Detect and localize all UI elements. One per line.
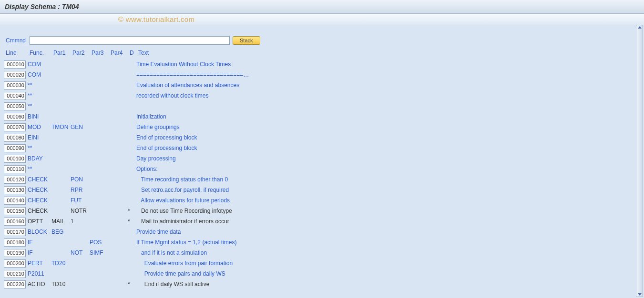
table-row: CHECKNOTR* Do not use Time Recording inf… — [4, 206, 632, 216]
line-number-input[interactable] — [4, 113, 26, 121]
line-number-input[interactable] — [4, 228, 26, 236]
line-number-input[interactable] — [4, 207, 26, 215]
line-number-input[interactable] — [4, 102, 26, 110]
scroll-up-icon[interactable] — [638, 26, 642, 29]
func-cell[interactable]: ** — [28, 166, 51, 172]
line-number-input[interactable] — [4, 144, 26, 152]
func-cell[interactable]: IF — [28, 239, 51, 246]
table-row: CHECKPON Time recording status other tha… — [4, 174, 632, 185]
line-number-input[interactable] — [4, 280, 26, 288]
text-cell[interactable]: recorded without clock times — [136, 92, 632, 99]
line-number-input[interactable] — [4, 81, 26, 89]
table-row: EINIEnd of processing block — [4, 132, 632, 143]
func-cell[interactable]: ** — [28, 82, 51, 89]
par2-cell[interactable]: FUT — [71, 197, 90, 204]
line-number-input[interactable] — [4, 259, 26, 268]
func-cell[interactable]: BLOCK — [28, 228, 51, 235]
table-row: ** — [4, 101, 632, 111]
text-cell[interactable]: Options: — [136, 166, 632, 172]
text-cell[interactable]: and if it is not a simulation — [136, 249, 632, 256]
header-par1: Par1 — [53, 50, 72, 56]
header-par2: Par2 — [72, 50, 92, 56]
header-text: Text — [138, 50, 632, 56]
func-cell[interactable]: PERT — [28, 260, 51, 267]
line-number-input[interactable] — [4, 270, 26, 278]
text-cell[interactable]: Day processing — [136, 155, 632, 162]
func-cell[interactable]: BINI — [28, 113, 51, 120]
line-number-input[interactable] — [4, 218, 26, 226]
func-cell[interactable]: CHECK — [28, 187, 51, 193]
text-cell[interactable]: Allow evaluations for future periods — [136, 197, 632, 204]
table-row: PERTTD20 Evaluate errors from pair forma… — [4, 258, 632, 268]
text-cell[interactable]: Initialization — [136, 113, 632, 120]
text-cell[interactable]: Provide time pairs and daily WS — [136, 270, 632, 277]
par2-cell[interactable]: GEN — [71, 124, 90, 130]
text-cell[interactable]: ================================… — [136, 71, 632, 78]
line-number-input[interactable] — [4, 186, 26, 194]
par1-cell[interactable]: BEG — [51, 228, 71, 235]
command-input[interactable] — [30, 36, 230, 45]
line-number-input[interactable] — [4, 60, 26, 69]
func-cell[interactable]: IF — [28, 249, 51, 256]
window-title-bar: Display Schema : TM04 — [0, 0, 644, 14]
table-row: P2011 Provide time pairs and daily WS — [4, 268, 632, 279]
par1-cell[interactable]: TD20 — [51, 260, 71, 267]
text-cell[interactable]: End of processing block — [136, 145, 632, 151]
content-area: Cmmnd Stack Line Func. Par1 Par2 Par3 Pa… — [0, 25, 635, 294]
func-cell[interactable]: COM — [28, 71, 51, 78]
line-number-input[interactable] — [4, 71, 26, 79]
func-cell[interactable]: ** — [28, 145, 51, 151]
par1-cell: MAIL — [51, 218, 71, 225]
command-label: Cmmnd — [4, 37, 27, 44]
par1-cell[interactable]: TMON — [51, 124, 71, 130]
text-cell[interactable]: If Time Mgmt status = 1,2 (actual times) — [136, 239, 632, 246]
line-number-input[interactable] — [4, 92, 26, 100]
line-number-input[interactable] — [4, 249, 26, 257]
func-cell[interactable]: MOD — [28, 124, 51, 130]
text-cell[interactable]: Time recording status other than 0 — [136, 176, 632, 183]
line-number-input[interactable] — [4, 123, 26, 131]
par3-cell[interactable]: SIMF — [90, 249, 109, 256]
func-cell[interactable]: ** — [28, 92, 51, 99]
line-number-input[interactable] — [4, 165, 26, 173]
text-cell[interactable]: Define groupings — [136, 124, 632, 130]
func-cell[interactable]: COM — [28, 61, 51, 68]
d-cell: * — [128, 218, 136, 225]
table-row: BINIInitialization — [4, 111, 632, 122]
text-cell[interactable]: Time Evaluation Without Clock Times — [136, 61, 632, 68]
text-cell[interactable]: End of processing block — [136, 134, 632, 141]
func-cell[interactable]: ** — [28, 103, 51, 109]
table-row: BDAYDay processing — [4, 153, 632, 164]
text-cell: Mail to administrator if errors occur — [136, 218, 632, 225]
d-cell: * — [128, 208, 136, 214]
par1-cell: TD10 — [51, 281, 71, 288]
table-row: MODTMONGENDefine groupings — [4, 122, 632, 132]
window-title: Display Schema : TM04 — [5, 3, 79, 10]
vertical-scrollbar[interactable] — [636, 25, 643, 297]
line-number-input[interactable] — [4, 176, 26, 184]
par3-cell[interactable]: POS — [90, 239, 109, 246]
text-cell[interactable]: Evaluate errors from pair formation — [136, 260, 632, 267]
par2-cell[interactable]: NOT — [71, 249, 90, 256]
d-cell: * — [128, 281, 136, 288]
table-row: **Options: — [4, 164, 632, 174]
func-cell[interactable]: CHECK — [28, 197, 51, 204]
par2-cell[interactable]: PON — [71, 176, 90, 183]
line-number-input[interactable] — [4, 238, 26, 247]
header-func: Func. — [30, 50, 53, 56]
text-cell[interactable]: Provide time data — [136, 228, 632, 235]
func-cell[interactable]: EINI — [28, 134, 51, 141]
func-cell[interactable]: BDAY — [28, 155, 51, 162]
text-cell[interactable]: Evaluation of attendances and absences — [136, 82, 632, 89]
func-cell[interactable]: CHECK — [28, 176, 51, 183]
line-number-input[interactable] — [4, 155, 26, 163]
scroll-down-icon[interactable] — [638, 293, 642, 296]
stack-button[interactable]: Stack — [233, 36, 260, 45]
table-row: ACTIOTD10* End if daily WS still active — [4, 279, 632, 289]
table-row: BLOCKBEGProvide time data — [4, 227, 632, 237]
text-cell[interactable]: Set retro.acc.for payroll, if required — [136, 187, 632, 193]
par2-cell[interactable]: RPR — [71, 187, 90, 193]
line-number-input[interactable] — [4, 134, 26, 142]
func-cell[interactable]: P2011 — [28, 270, 51, 277]
line-number-input[interactable] — [4, 197, 26, 205]
